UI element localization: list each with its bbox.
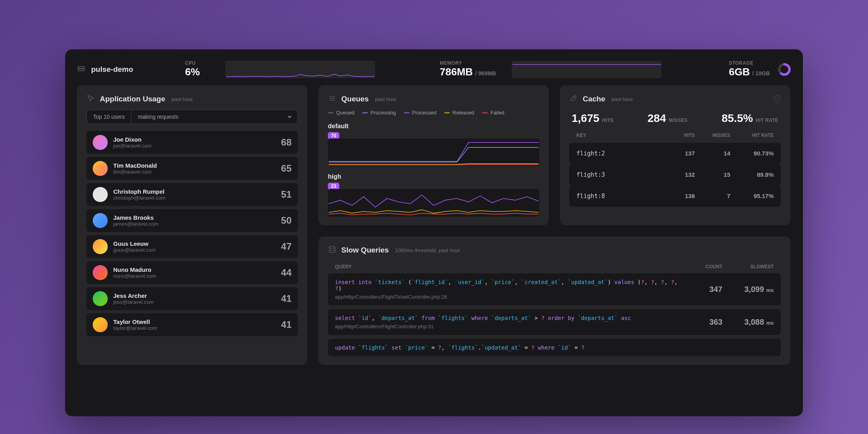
user-row[interactable]: Christoph Rumpelchristoph@laravel.com51 xyxy=(86,183,298,206)
rocket-icon xyxy=(569,94,578,104)
usage-tab-left: Top 10 users xyxy=(87,110,131,123)
cache-rate: 85.5% xyxy=(722,112,753,125)
user-name: Guus Leeuw xyxy=(113,240,156,247)
cache-key: flight:8 xyxy=(576,193,659,200)
user-count: 47 xyxy=(281,241,292,252)
slow-query-row[interactable]: insert into `tickets` (`flight_id`, `use… xyxy=(328,273,781,305)
storage-label: STORAGE xyxy=(729,60,770,66)
svg-rect-1 xyxy=(78,69,85,71)
query-location: app/Http/Controllers/FlightController.ph… xyxy=(335,324,679,329)
database-icon xyxy=(328,245,337,255)
user-name: Taylor Otwell xyxy=(113,318,157,325)
memory-sparkline xyxy=(512,61,662,78)
avatar xyxy=(93,239,108,254)
slow-sub: 1000ms threshold, past hour xyxy=(395,247,460,253)
queue-chart xyxy=(328,138,539,166)
cache-hits: 1,675 xyxy=(572,112,599,125)
info-icon[interactable]: i xyxy=(774,95,781,103)
user-name: James Brooks xyxy=(113,214,158,221)
user-row[interactable]: Nuno Maduronuno@laravel.com44 xyxy=(86,261,298,284)
avatar xyxy=(93,213,108,228)
query-text: select `id`, `departs_at` from `flights`… xyxy=(335,315,679,321)
avatar xyxy=(93,161,108,176)
usage-tab-right: making requests xyxy=(131,110,185,123)
user-email: guus@laravel.com xyxy=(113,247,156,253)
queue-name: high xyxy=(328,173,539,180)
user-row[interactable]: Taylor Otwelltaylor@laravel.com41 xyxy=(86,313,298,336)
slow-query-row[interactable]: update `flights` set `price` = ?, `fligh… xyxy=(328,339,781,356)
user-email: nuno@laravel.com xyxy=(113,273,156,279)
query-slowest: 3,099 ms xyxy=(722,285,774,294)
cache-row[interactable]: flight:8138795.17% xyxy=(569,185,781,207)
avatar xyxy=(93,291,108,306)
cache-title: Cache xyxy=(583,95,605,103)
slow-query-list: insert into `tickets` (`flight_id`, `use… xyxy=(328,273,781,356)
cache-misses: 284 xyxy=(647,112,666,125)
avatar xyxy=(93,265,108,280)
memory-label: MEMORY xyxy=(440,60,496,66)
chevron-down-icon xyxy=(282,110,297,123)
user-row[interactable]: Tim MacDonaldtim@laravel.com65 xyxy=(86,157,298,180)
user-count: 44 xyxy=(281,267,292,278)
user-email: james@laravel.com xyxy=(113,221,158,227)
user-name: Jess Archer xyxy=(113,292,154,299)
user-row[interactable]: James Brooksjames@laravel.com50 xyxy=(86,209,298,232)
cache-row[interactable]: flight:21371490.73% xyxy=(569,143,781,164)
memory-metric: MEMORY 786MB / 969MB xyxy=(440,60,496,78)
host-block: pulse-demo xyxy=(77,64,168,75)
query-location: app/Http/Controllers/FlightTicketControl… xyxy=(335,294,679,300)
queues-sub: past hour xyxy=(375,96,397,102)
slow-query-row[interactable]: select `id`, `departs_at` from `flights`… xyxy=(328,309,781,335)
cpu-value: 6% xyxy=(185,66,200,78)
cursor-icon xyxy=(86,94,95,104)
memory-value: 786MB xyxy=(440,66,473,78)
card-cache: Cache past hour i 1,675HITS 284MISSES 85… xyxy=(560,85,790,225)
dashboard: pulse-demo CPU 6% MEMORY 786MB / 969MB S… xyxy=(65,49,803,416)
query-count: 347 xyxy=(679,285,722,294)
user-count: 50 xyxy=(281,215,292,226)
user-count: 65 xyxy=(281,163,292,174)
user-count: 41 xyxy=(281,319,292,330)
queue-chart xyxy=(328,189,539,217)
cards-row: Application Usage past hour Top 10 users… xyxy=(77,85,791,365)
user-row[interactable]: Guus Leeuwguus@laravel.com47 xyxy=(86,235,298,258)
memory-total: / 969MB xyxy=(475,70,496,77)
avatar xyxy=(93,135,108,150)
legend-item: Queued xyxy=(328,110,354,116)
query-slowest: 3,088 ms xyxy=(722,318,774,327)
hostname: pulse-demo xyxy=(91,65,133,74)
storage-value: 6GB xyxy=(729,66,750,78)
user-row[interactable]: Joe Dixonjoe@laravel.com68 xyxy=(86,131,298,154)
queues-title: Queues xyxy=(341,95,369,103)
usage-dropdown[interactable]: Top 10 users making requests xyxy=(86,110,298,124)
query-text: update `flights` set `price` = ?, `fligh… xyxy=(335,344,679,351)
cpu-metric: CPU 6% xyxy=(185,60,200,78)
user-row[interactable]: Jess Archerjess@laravel.com41 xyxy=(86,287,298,310)
user-name: Nuno Maduro xyxy=(113,266,156,273)
card-slow-queries: Slow Queries 1000ms threshold, past hour… xyxy=(318,236,790,365)
cpu-sparkline xyxy=(225,61,375,78)
query-text: insert into `tickets` (`flight_id`, `use… xyxy=(335,279,679,292)
svg-point-8 xyxy=(329,246,335,249)
storage-donut xyxy=(778,63,791,76)
cache-table: KEY HITS MISSES HIT RATE flight:21371490… xyxy=(569,131,781,207)
avatar xyxy=(93,187,108,202)
cache-row[interactable]: flight:31321589.8% xyxy=(569,164,781,185)
query-count: 363 xyxy=(679,318,722,327)
storage-metric: STORAGE 6GB / 10GB xyxy=(729,60,770,78)
server-icon xyxy=(77,64,86,75)
topbar: pulse-demo CPU 6% MEMORY 786MB / 969MB S… xyxy=(77,58,791,85)
user-email: joe@laravel.com xyxy=(113,143,152,149)
cpu-label: CPU xyxy=(185,60,200,66)
slow-title: Slow Queries xyxy=(341,246,389,254)
user-count: 68 xyxy=(281,137,292,148)
usage-title: Application Usage xyxy=(100,95,165,103)
cache-summary: 1,675HITS 284MISSES 85.5%HIT RATE xyxy=(572,112,778,125)
cache-key: flight:3 xyxy=(576,171,659,178)
svg-rect-0 xyxy=(78,66,85,68)
user-name: Christoph Rumpel xyxy=(113,188,165,195)
user-email: tim@laravel.com xyxy=(113,169,157,175)
queue-icon xyxy=(328,94,337,104)
user-name: Tim MacDonald xyxy=(113,162,157,169)
card-queues: Queues past hour QueuedProcessingProcess… xyxy=(318,85,549,225)
